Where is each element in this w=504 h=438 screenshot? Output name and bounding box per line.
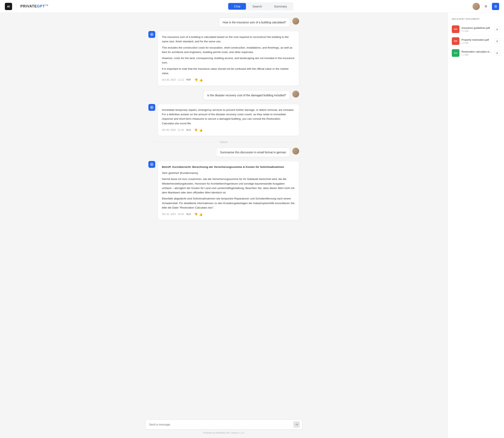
thumbs-up-button[interactable]: 👍: [199, 78, 203, 82]
ai-para: Immediate temporary repairs, emergency s…: [162, 108, 295, 126]
user-message-row: How is the insurance sum of a building c…: [148, 18, 299, 27]
meta-actions: 👎 👍: [194, 78, 203, 82]
send-button[interactable]: [293, 421, 300, 428]
doc-download-button[interactable]: [494, 50, 500, 56]
sidebar-title: RELEVANT DOCUMENT: [452, 18, 500, 20]
ai-para: This includes the construction costs for…: [162, 45, 295, 55]
tab-search[interactable]: Search: [247, 3, 268, 10]
message-timestamp: Oct 31, 2023 · 10:43: [162, 212, 184, 216]
ai-logo-icon: [150, 163, 154, 166]
user-message-row: Summarise this discussion in email forma…: [148, 148, 299, 157]
user-bubble: How is the insurance sum of a building c…: [219, 18, 290, 27]
ai-para: hiermit fasse ich kurz zusammen, wie die…: [162, 177, 295, 195]
doc-badge-pdf: PDF: [452, 25, 459, 33]
date-label: TODAY: [220, 141, 228, 144]
thumbs-down-button[interactable]: 👎: [194, 213, 198, 216]
meta-actions: 👎 👍: [194, 213, 203, 216]
ai-para: Ebenfalls abgedeckt sind Sofortmaßnahmen…: [162, 197, 295, 210]
source-tag: XLS: [186, 212, 191, 216]
header-actions: ⚙ ⊞: [472, 3, 499, 10]
download-icon: [496, 28, 498, 30]
doc-info: Restoration calculator.xl... 1.2 MB: [461, 50, 492, 56]
user-message-row: Is the disaster recovery cost of the dam…: [148, 91, 299, 100]
footer-label: Powered by Artificialy SA • version 1.1.…: [203, 432, 244, 434]
sidebar: RELEVANT DOCUMENT PDF Insurance guidelin…: [448, 13, 504, 438]
doc-info: Insurance guidelines.pdf 3.5 MB: [461, 26, 492, 32]
message-meta: Oct 31, 2023 · 10:43 XLS 👎 👍: [162, 212, 295, 216]
doc-name: Restoration calculator.xl...: [461, 50, 492, 53]
logo-text: PRIVATEGPTTM: [20, 4, 48, 9]
logo-area: Ai PRIVATEGPTTM: [5, 3, 48, 10]
user-avatar: [292, 148, 299, 154]
doc-name: Property restoration.pdf: [461, 38, 492, 41]
ai-icon: [148, 161, 155, 168]
thumbs-up-button[interactable]: 👍: [199, 213, 203, 216]
svg-point-3: [151, 107, 152, 108]
ai-bubble: Immediate temporary repairs, emergency s…: [158, 104, 299, 136]
doc-download-button[interactable]: [494, 26, 500, 32]
doc-info: Property restoration.pdf 1.8 MB: [461, 38, 492, 44]
avatar[interactable]: [472, 3, 480, 10]
messages-inner: How is the insurance sum of a building c…: [145, 18, 302, 220]
doc-size: 1.8 MB: [461, 42, 492, 44]
footer-text: Powered by Artificialy SA • version 1.1.…: [5, 432, 443, 434]
svg-point-5: [151, 164, 152, 165]
user-bubble: Is the disaster recovery cost of the dam…: [203, 91, 290, 100]
doc-size: 1.2 MB: [461, 54, 492, 56]
source-tag: PDF: [186, 78, 191, 82]
user-avatar: [292, 18, 299, 25]
doc-item: PDF Insurance guidelines.pdf 3.5 MB: [452, 23, 500, 35]
message-meta: Oct 30, 2023 · 11:12 PDF 👎 👍: [162, 78, 295, 82]
logo-plain: PRIVATE: [20, 4, 37, 8]
ai-bubble: The insurance sum of a building is calcu…: [158, 31, 299, 86]
settings-button[interactable]: ⚙: [482, 3, 490, 10]
thumbs-down-button[interactable]: 👎: [194, 129, 198, 132]
doc-item: PDF Property restoration.pdf 1.8 MB: [452, 35, 500, 47]
ai-para: Betreff: Kurzübersicht: Berechnung der V…: [162, 165, 295, 169]
thumbs-down-button[interactable]: 👎: [194, 78, 198, 82]
message-timestamp: Oct 30, 2023 · 11:12: [162, 78, 184, 82]
user-bubble: Summarise this discussion in email forma…: [216, 148, 290, 157]
doc-type-label: PDF: [454, 28, 458, 30]
ai-logo-icon: [150, 33, 154, 36]
download-icon: [496, 52, 498, 54]
source-tag: XLS: [186, 128, 191, 132]
user-avatar: [292, 91, 299, 98]
ai-para: It is important to note that the insuran…: [162, 67, 295, 76]
header: Ai PRIVATEGPTTM Chat Search Summary ⚙ ⊞: [0, 0, 504, 13]
chat-area: How is the insurance sum of a building c…: [0, 13, 448, 438]
tab-summary[interactable]: Summary: [268, 3, 292, 10]
logo-divider: [16, 3, 16, 10]
doc-name: Insurance guidelines.pdf: [461, 26, 492, 29]
main-container: How is the insurance sum of a building c…: [0, 13, 504, 438]
doc-type-label: PDF: [454, 40, 458, 42]
ai-para: The insurance sum of a building is calcu…: [162, 35, 295, 44]
date-divider: TODAY: [148, 141, 299, 144]
doc-size: 3.5 MB: [461, 30, 492, 32]
user-message-text: Is the disaster recovery cost of the dam…: [207, 94, 286, 97]
ai-message-row: Betreff: Kurzübersicht: Berechnung der V…: [148, 161, 299, 220]
user-message-text: Summarise this discussion in email forma…: [220, 151, 286, 154]
ai-message-row: The insurance sum of a building is calcu…: [148, 31, 299, 86]
nav-tabs: Chat Search Summary: [227, 2, 293, 11]
user-message-text: How is the insurance sum of a building c…: [223, 21, 286, 24]
ai-para: However, costs for the land, conveyancin…: [162, 56, 295, 65]
ai-bubble: Betreff: Kurzübersicht: Berechnung der V…: [158, 161, 299, 220]
logo-colored: GPT: [37, 4, 45, 8]
doc-download-button[interactable]: [494, 38, 500, 44]
message-input[interactable]: [149, 420, 293, 429]
avatar-image: [472, 3, 480, 10]
ai-logo-icon: [150, 106, 154, 109]
input-area: Powered by Artificialy SA • version 1.1.…: [0, 416, 448, 438]
grid-button[interactable]: ⊞: [492, 3, 499, 10]
logo-tm: TM: [45, 4, 48, 6]
tab-chat[interactable]: Chat: [228, 3, 246, 10]
doc-badge-xls: XLS: [452, 49, 459, 57]
input-wrapper: [145, 419, 302, 429]
ai-message-row: Immediate temporary repairs, emergency s…: [148, 104, 299, 136]
ai-para: Sehr geehrte/r [Kundenname],: [162, 171, 295, 175]
doc-badge-pdf: PDF: [452, 37, 459, 45]
message-timestamp: Oct 30, 2023 · 11:16: [162, 128, 184, 132]
download-icon: [496, 40, 498, 42]
thumbs-up-button[interactable]: 👍: [199, 129, 203, 132]
